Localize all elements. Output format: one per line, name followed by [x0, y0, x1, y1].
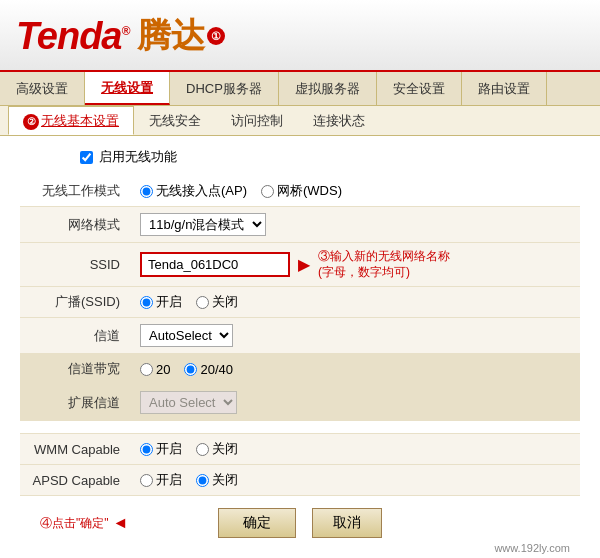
bandwidth-20-text: 20 — [156, 362, 170, 377]
subnav-status[interactable]: 连接状态 — [298, 106, 380, 135]
apsd-on-text: 开启 — [156, 471, 182, 489]
bandwidth-value-cell: 20 20/40 — [130, 354, 580, 385]
apsd-radio-group: 开启 关闭 — [140, 471, 570, 489]
wmm-on-text: 开启 — [156, 440, 182, 458]
wmm-off-label[interactable]: 关闭 — [196, 440, 238, 458]
ext-channel-label: 扩展信道 — [20, 385, 130, 421]
sub-nav: ②无线基本设置 无线安全 访问控制 连接状态 — [0, 106, 600, 136]
nav-wireless[interactable]: 无线设置 — [85, 72, 170, 105]
bandwidth-label: 信道带宽 — [20, 354, 130, 385]
watermark: www.192ly.com — [20, 538, 580, 554]
broadcast-on-label[interactable]: 开启 — [140, 293, 182, 311]
mode-wds-text: 网桥(WDS) — [277, 182, 342, 200]
ssid-hint: ③输入新的无线网络名称 (字母，数字均可) — [318, 249, 450, 280]
network-mode-select[interactable]: 11b/g/n混合模式 11b/g混合模式 11n模式 — [140, 213, 266, 236]
confirm-button[interactable]: 确定 — [218, 508, 296, 538]
step4-hint: ④点击"确定" ◄ — [40, 514, 128, 532]
ext-channel-value-cell: Auto Select — [130, 385, 580, 421]
broadcast-off-text: 关闭 — [212, 293, 238, 311]
broadcast-row: 广播(SSID) 开启 关闭 — [20, 287, 580, 318]
nav-security[interactable]: 安全设置 — [377, 72, 462, 105]
bandwidth-20-label[interactable]: 20 — [140, 362, 170, 377]
spacer-row — [20, 421, 580, 434]
ssid-value-cell: ▶ ③输入新的无线网络名称 (字母，数字均可) — [130, 243, 580, 287]
ssid-label: SSID — [20, 243, 130, 287]
bandwidth-2040-label[interactable]: 20/40 — [184, 362, 233, 377]
network-mode-label: 网络模式 — [20, 207, 130, 243]
logo-en-text: Tenda — [16, 15, 122, 57]
network-mode-row: 网络模式 11b/g/n混合模式 11b/g混合模式 11n模式 — [20, 207, 580, 243]
channel-select[interactable]: AutoSelect 1234 5678 910111213 — [140, 324, 233, 347]
wmm-off-radio[interactable] — [196, 443, 209, 456]
wmm-on-radio[interactable] — [140, 443, 153, 456]
bandwidth-2040-radio[interactable] — [184, 363, 197, 376]
wmm-value-cell: 开启 关闭 — [130, 434, 580, 465]
ext-channel-select[interactable]: Auto Select — [140, 391, 237, 414]
nav-advanced[interactable]: 高级设置 — [0, 72, 85, 105]
wmm-off-text: 关闭 — [212, 440, 238, 458]
broadcast-off-radio[interactable] — [196, 296, 209, 309]
ssid-hint-line1: ③输入新的无线网络名称 — [318, 249, 450, 265]
ssid-hint-line2: (字母，数字均可) — [318, 265, 450, 281]
mode-radio-group: 无线接入点(AP) 网桥(WDS) — [140, 182, 570, 200]
mode-row: 无线工作模式 无线接入点(AP) 网桥(WDS) — [20, 176, 580, 207]
wmm-radio-group: 开启 关闭 — [140, 440, 570, 458]
broadcast-label: 广播(SSID) — [20, 287, 130, 318]
apsd-on-label[interactable]: 开启 — [140, 471, 182, 489]
enable-checkbox[interactable] — [80, 151, 93, 164]
cancel-button[interactable]: 取消 — [312, 508, 382, 538]
arrow-icon: ▶ — [298, 255, 310, 274]
channel-row: 信道 AutoSelect 1234 5678 910111213 — [20, 318, 580, 354]
mode-wds-label[interactable]: 网桥(WDS) — [261, 182, 342, 200]
step1-badge: ① — [207, 27, 225, 45]
channel-label: 信道 — [20, 318, 130, 354]
subnav-basic-label: 无线基本设置 — [41, 113, 119, 128]
step4-arrow-icon: ◄ — [113, 514, 129, 532]
ssid-input[interactable] — [140, 252, 290, 277]
mode-wds-radio[interactable] — [261, 185, 274, 198]
ext-channel-row: 扩展信道 Auto Select — [20, 385, 580, 421]
mode-value-cell: 无线接入点(AP) 网桥(WDS) — [130, 176, 580, 207]
subnav-access[interactable]: 访问控制 — [216, 106, 298, 135]
wmm-on-label[interactable]: 开启 — [140, 440, 182, 458]
mode-ap-text: 无线接入点(AP) — [156, 182, 247, 200]
apsd-on-radio[interactable] — [140, 474, 153, 487]
subnav-basic[interactable]: ②无线基本设置 — [8, 106, 134, 135]
apsd-off-radio[interactable] — [196, 474, 209, 487]
apsd-label: APSD Capable — [20, 465, 130, 496]
network-mode-value: 11b/g/n混合模式 11b/g混合模式 11n模式 — [130, 207, 580, 243]
form-table: 无线工作模式 无线接入点(AP) 网桥(WDS) 网络模式 — [20, 176, 580, 496]
logo-tenda: Tenda® — [16, 15, 129, 58]
broadcast-off-label[interactable]: 关闭 — [196, 293, 238, 311]
bandwidth-radio-group: 20 20/40 — [140, 362, 570, 377]
ssid-arrow: ▶ — [298, 255, 310, 274]
nav-virtual-server[interactable]: 虚拟服务器 — [279, 72, 377, 105]
wmm-label: WMM Capable — [20, 434, 130, 465]
subnav-security[interactable]: 无线安全 — [134, 106, 216, 135]
broadcast-on-text: 开启 — [156, 293, 182, 311]
wmm-row: WMM Capable 开启 关闭 — [20, 434, 580, 465]
apsd-row: APSD Capable 开启 关闭 — [20, 465, 580, 496]
broadcast-on-radio[interactable] — [140, 296, 153, 309]
channel-value-cell: AutoSelect 1234 5678 910111213 — [130, 318, 580, 354]
logo-reg: ® — [122, 24, 130, 38]
button-row: ④点击"确定" ◄ 确定 取消 — [20, 508, 580, 538]
mode-ap-radio[interactable] — [140, 185, 153, 198]
main-nav: 高级设置 无线设置 DHCP服务器 虚拟服务器 安全设置 路由设置 — [0, 72, 600, 106]
logo-cn: 腾达 — [137, 13, 205, 59]
broadcast-value-cell: 开启 关闭 — [130, 287, 580, 318]
enable-label[interactable]: 启用无线功能 — [99, 148, 177, 166]
enable-row: 启用无线功能 — [20, 148, 580, 166]
content-area: 启用无线功能 无线工作模式 无线接入点(AP) 网桥(WDS) — [0, 136, 600, 558]
apsd-off-label[interactable]: 关闭 — [196, 471, 238, 489]
mode-label: 无线工作模式 — [20, 176, 130, 207]
ssid-row: SSID ▶ ③输入新的无线网络名称 (字母，数字均可) — [20, 243, 580, 287]
step4-text: ④点击"确定" — [40, 515, 109, 532]
bandwidth-20-radio[interactable] — [140, 363, 153, 376]
apsd-off-text: 关闭 — [212, 471, 238, 489]
mode-ap-label[interactable]: 无线接入点(AP) — [140, 182, 247, 200]
bandwidth-2040-text: 20/40 — [200, 362, 233, 377]
nav-dhcp[interactable]: DHCP服务器 — [170, 72, 279, 105]
ssid-input-row: ▶ ③输入新的无线网络名称 (字母，数字均可) — [140, 249, 570, 280]
nav-routing[interactable]: 路由设置 — [462, 72, 547, 105]
